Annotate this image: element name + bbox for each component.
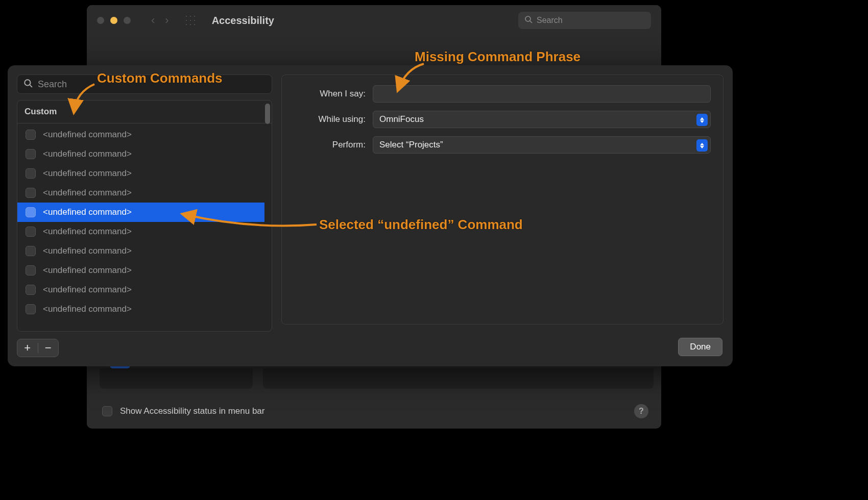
window-title: Accessibility: [212, 15, 518, 27]
minimize-dot[interactable]: [110, 17, 117, 24]
dropdown-icon: [696, 114, 708, 126]
done-label: Done: [690, 342, 711, 352]
command-label: <undefined command>: [43, 168, 132, 179]
commands-sheet: Search Custom <undefined command><undefi…: [8, 65, 733, 366]
command-label: <undefined command>: [43, 304, 132, 314]
forward-icon[interactable]: ›: [165, 14, 168, 27]
command-checkbox[interactable]: [26, 188, 36, 198]
titlebar: ‹ › Accessibility Search: [87, 5, 661, 36]
while-using-label: While using:: [294, 114, 366, 124]
back-icon[interactable]: ‹: [151, 14, 155, 27]
search-icon: [23, 79, 33, 90]
svg-line-1: [530, 21, 532, 23]
commands-search-field[interactable]: Search: [17, 74, 272, 94]
command-label: <undefined command>: [43, 265, 132, 276]
command-row[interactable]: <undefined command>: [17, 183, 264, 203]
perform-label: Perform:: [294, 140, 366, 150]
when-i-say-input[interactable]: [373, 85, 711, 103]
when-i-say-label: When I say:: [294, 89, 366, 99]
zoom-dot[interactable]: [124, 17, 131, 24]
show-all-icon[interactable]: [184, 14, 197, 27]
command-checkbox[interactable]: [26, 285, 36, 295]
back-panel-right: [263, 368, 654, 389]
while-using-select[interactable]: OmniFocus: [373, 111, 711, 128]
perform-value: Select “Projects”: [379, 140, 443, 150]
command-row[interactable]: <undefined command>: [17, 164, 264, 183]
command-label: <undefined command>: [43, 130, 132, 140]
done-button[interactable]: Done: [678, 338, 722, 356]
close-dot[interactable]: [97, 17, 104, 24]
command-row[interactable]: <undefined command>: [17, 299, 264, 319]
svg-line-3: [30, 85, 32, 87]
command-row[interactable]: <undefined command>: [17, 222, 264, 241]
status-checkbox-label: Show Accessibility status in menu bar: [120, 406, 264, 416]
command-checkbox[interactable]: [26, 227, 36, 237]
prefs-search-placeholder: Search: [537, 16, 563, 25]
while-using-value: OmniFocus: [379, 114, 424, 124]
command-row[interactable]: <undefined command>: [17, 125, 264, 144]
commands-list: Custom <undefined command><undefined com…: [17, 100, 272, 332]
search-icon: [524, 15, 533, 26]
commands-search-placeholder: Search: [38, 79, 67, 90]
command-checkbox[interactable]: [26, 265, 36, 276]
back-panel-left: [100, 368, 253, 389]
command-checkbox[interactable]: [26, 207, 36, 217]
add-button[interactable]: +: [17, 342, 38, 354]
command-label: <undefined command>: [43, 207, 132, 217]
status-checkbox[interactable]: [102, 406, 112, 416]
command-label: <undefined command>: [43, 285, 132, 295]
nav-arrows: ‹ ›: [151, 14, 169, 27]
add-remove-control: + −: [17, 339, 59, 357]
scrollbar-thumb[interactable]: [265, 104, 270, 124]
command-label: <undefined command>: [43, 227, 132, 237]
command-checkbox[interactable]: [26, 246, 36, 256]
command-row[interactable]: <undefined command>: [17, 261, 264, 280]
command-label: <undefined command>: [43, 188, 132, 198]
window-controls[interactable]: [97, 17, 131, 24]
list-section-header: Custom: [17, 101, 272, 123]
help-button[interactable]: ?: [634, 404, 648, 418]
command-row[interactable]: <undefined command>: [17, 241, 264, 261]
remove-button[interactable]: −: [38, 342, 59, 354]
prefs-search-field[interactable]: Search: [518, 12, 651, 29]
command-row[interactable]: <undefined command>: [17, 203, 264, 222]
command-detail-panel: When I say: While using: OmniFocus Perfo…: [281, 74, 724, 324]
perform-select[interactable]: Select “Projects”: [373, 136, 711, 154]
command-row[interactable]: <undefined command>: [17, 280, 264, 299]
dropdown-icon: [696, 139, 708, 152]
command-checkbox[interactable]: [26, 149, 36, 159]
command-label: <undefined command>: [43, 149, 132, 159]
command-row[interactable]: <undefined command>: [17, 144, 264, 164]
command-checkbox[interactable]: [26, 168, 36, 179]
command-checkbox[interactable]: [26, 304, 36, 314]
svg-point-0: [525, 16, 531, 21]
command-label: <undefined command>: [43, 246, 132, 256]
command-checkbox[interactable]: [26, 130, 36, 140]
svg-point-2: [25, 80, 30, 85]
